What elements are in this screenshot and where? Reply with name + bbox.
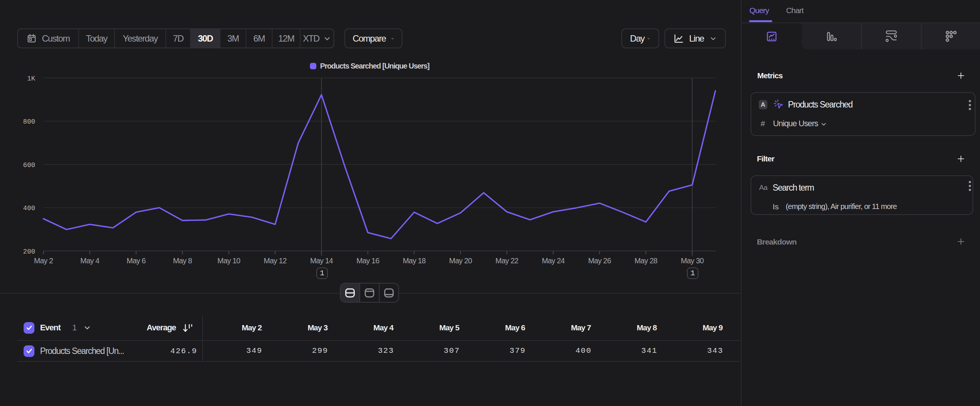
svg-text:May 30: May 30 <box>681 256 704 265</box>
svg-text:May 8: May 8 <box>173 256 192 265</box>
svg-text:May 2: May 2 <box>34 256 53 265</box>
svg-text:May 18: May 18 <box>403 256 426 265</box>
svg-text:May 12: May 12 <box>264 256 287 265</box>
svg-text:May 20: May 20 <box>449 256 472 265</box>
svg-text:May 24: May 24 <box>542 256 565 265</box>
svg-text:May 6: May 6 <box>127 256 146 265</box>
svg-text:1K: 1K <box>27 75 35 83</box>
svg-text:May 16: May 16 <box>356 256 379 265</box>
svg-text:May 22: May 22 <box>496 256 519 265</box>
svg-text:May 4: May 4 <box>81 256 100 265</box>
svg-text:600: 600 <box>23 161 35 169</box>
svg-text:May 14: May 14 <box>310 256 333 265</box>
svg-text:400: 400 <box>23 204 35 212</box>
svg-text:May 28: May 28 <box>635 256 657 265</box>
svg-text:May 10: May 10 <box>218 256 240 265</box>
svg-text:800: 800 <box>23 118 35 126</box>
svg-text:200: 200 <box>23 248 35 255</box>
svg-text:May 26: May 26 <box>588 256 611 265</box>
